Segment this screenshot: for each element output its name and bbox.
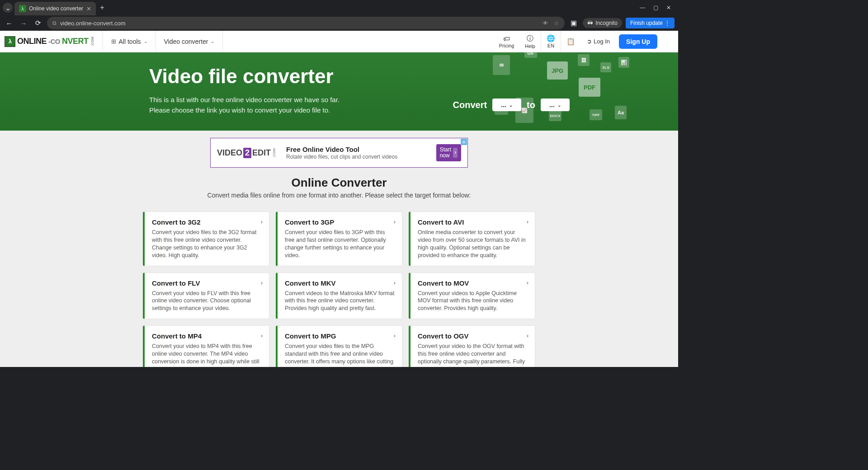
- chevron-down-icon: ⌄: [557, 103, 561, 108]
- tab-title: Online video converter: [29, 5, 83, 12]
- card-title: Convert to MKV: [285, 279, 395, 287]
- card-title: Convert to MPG: [285, 332, 395, 340]
- video-converter-menu[interactable]: Video converter ⌄: [156, 31, 223, 52]
- card-mp4[interactable]: ›Convert to MP4Convert your video to MP4…: [143, 325, 269, 367]
- card-mkv[interactable]: ›Convert to MKVConvert videos to the Mat…: [276, 273, 402, 320]
- ad-cta-1: Start: [440, 146, 451, 153]
- card-desc: Convert videos to the Matroska MKV forma…: [285, 290, 395, 313]
- card-desc: Convert your video to MP4 with this free…: [152, 343, 262, 367]
- close-tab-icon[interactable]: ✕: [86, 5, 91, 12]
- to-value: ...: [549, 101, 555, 108]
- chevron-right-icon: ›: [394, 218, 396, 225]
- card-title: Convert to OGV: [418, 332, 528, 340]
- ad-logo-a: VIDEO: [217, 148, 242, 158]
- chevron-right-icon: ›: [527, 332, 528, 339]
- eye-off-icon[interactable]: 👁: [542, 20, 548, 27]
- url-text: video.online-convert.com: [60, 20, 126, 27]
- convert-to-select[interactable]: ... ⌄: [541, 99, 570, 111]
- page-viewport: λ ONLINE-CONVERT .COM ⊞ All tools ⌄ Vide…: [0, 31, 678, 367]
- to-label: to: [527, 100, 535, 110]
- card-3gp[interactable]: ›Convert to 3GPConvert your video files …: [276, 212, 402, 266]
- logo-com: .COM: [90, 37, 94, 46]
- section-header: Online Converter Convert media files onl…: [0, 172, 678, 202]
- favicon-icon: [19, 5, 26, 12]
- hero-section: ✉ GIF JPG 🖼 XLS 📊 PDF PNG 📈 DOCX TIFF Aa…: [0, 52, 678, 131]
- site-logo[interactable]: λ ONLINE-CONVERT .COM: [5, 31, 103, 52]
- card-desc: Convert your video files to 3GP with thi…: [285, 229, 395, 259]
- ad-logo: VIDEO2EDIT.COM: [217, 148, 276, 158]
- bookmark-icon[interactable]: ☆: [554, 20, 559, 27]
- ad-close-icon[interactable]: ✕: [461, 139, 467, 145]
- video-converter-label: Video converter: [164, 38, 208, 45]
- finish-update-button[interactable]: Finish update ⋮: [626, 18, 675, 28]
- all-tools-menu[interactable]: ⊞ All tools ⌄: [103, 31, 156, 52]
- card-title: Convert to AVI: [418, 218, 528, 226]
- kebab-icon: ⋮: [665, 20, 670, 26]
- log-in-label: Log In: [594, 38, 610, 45]
- incognito-indicator[interactable]: 🕶 Incognito: [583, 18, 622, 28]
- from-value: ...: [501, 101, 506, 108]
- card-desc: Convert your videos to Apple Quicktime M…: [418, 290, 528, 313]
- tab-search-button[interactable]: ⌄: [3, 3, 13, 13]
- clipboard-icon: 📋: [566, 38, 575, 46]
- hero-title: Video file converter: [149, 65, 529, 88]
- window-minimize-icon[interactable]: —: [640, 5, 645, 11]
- sign-up-button[interactable]: Sign Up: [619, 34, 657, 49]
- back-button[interactable]: ←: [4, 19, 14, 27]
- logo-mark-icon: λ: [5, 36, 15, 47]
- help-label: Help: [525, 43, 535, 49]
- address-bar[interactable]: ⧉ video.online-convert.com 👁 ☆: [47, 17, 565, 29]
- ad-cta-button[interactable]: Startnow ›: [436, 144, 461, 161]
- convert-from-select[interactable]: ... ⌄: [492, 99, 521, 111]
- chevron-right-icon: ›: [394, 279, 396, 286]
- incognito-label: Incognito: [595, 20, 618, 26]
- ad-banner[interactable]: ✕ VIDEO2EDIT.COM Free Online Video Tool …: [210, 138, 468, 168]
- browser-tab[interactable]: Online video converter ✕: [14, 2, 96, 15]
- card-ogv[interactable]: ›Convert to OGVConvert your video to the…: [409, 325, 535, 367]
- grid-icon: ⊞: [111, 38, 116, 45]
- ad-container: ✕ VIDEO2EDIT.COM Free Online Video Tool …: [0, 131, 678, 172]
- language-selector[interactable]: 🌐 EN: [541, 31, 561, 52]
- hero-subtitle: This is a list with our free online vide…: [149, 95, 348, 115]
- chevron-right-icon: ›: [261, 218, 263, 225]
- new-tab-button[interactable]: +: [96, 4, 108, 12]
- globe-icon: 🌐: [547, 34, 555, 42]
- pricing-link[interactable]: 🏷 Pricing: [494, 31, 520, 52]
- card-desc: Convert your video to the OGV format wit…: [418, 343, 528, 367]
- card-3g2[interactable]: ›Convert to 3G2Convert your video files …: [143, 212, 269, 266]
- chevron-down-icon: ⌄: [509, 103, 513, 108]
- clipboard-button[interactable]: 📋: [561, 31, 580, 52]
- lang-label: EN: [547, 43, 554, 48]
- chevron-right-icon: ›: [261, 332, 263, 339]
- card-mov[interactable]: ›Convert to MOVConvert your videos to Ap…: [409, 273, 535, 320]
- chevron-down-icon: ⌄: [211, 39, 214, 44]
- convert-controls: Convert ... ⌄ to ... ⌄: [453, 99, 570, 111]
- logo-text-2: -CO: [48, 38, 60, 45]
- tag-icon: 🏷: [503, 35, 510, 42]
- card-mpg[interactable]: ›Convert to MPGConvert your video files …: [276, 325, 402, 367]
- ad-logo-n: 2: [243, 148, 251, 158]
- site-info-icon[interactable]: ⧉: [52, 20, 57, 26]
- card-flv[interactable]: ›Convert to FLVConvert your video to FLV…: [143, 273, 269, 320]
- card-avi[interactable]: ›Convert to AVIOnline media converter to…: [409, 212, 535, 266]
- logo-text-1: ONLINE: [17, 37, 47, 46]
- card-desc: Convert your video to FLV with this free…: [152, 290, 262, 313]
- ad-cta-2: now: [440, 152, 450, 159]
- chevron-right-icon: ›: [261, 279, 263, 286]
- finish-update-label: Finish update: [630, 20, 663, 26]
- card-desc: Convert your video files to the 3G2 form…: [152, 229, 262, 259]
- window-close-icon[interactable]: ✕: [666, 5, 671, 11]
- chevron-down-icon: ⌄: [144, 39, 147, 44]
- help-link[interactable]: ⓘ Help: [519, 31, 541, 52]
- all-tools-label: All tools: [119, 38, 141, 45]
- site-header: λ ONLINE-CONVERT .COM ⊞ All tools ⌄ Vide…: [0, 31, 678, 52]
- log-in-link[interactable]: ➲ Log In: [580, 38, 616, 45]
- window-maximize-icon[interactable]: ▢: [653, 5, 658, 11]
- ad-subtitle: Rotate video files, cut clips and conver…: [286, 154, 397, 160]
- card-desc: Online media converter to convert your v…: [418, 229, 528, 259]
- card-title: Convert to FLV: [152, 279, 262, 287]
- panel-icon[interactable]: ▣: [568, 19, 579, 27]
- reload-button[interactable]: ⟳: [33, 19, 43, 27]
- forward-button[interactable]: →: [18, 19, 29, 27]
- chevron-right-icon: ›: [394, 332, 396, 339]
